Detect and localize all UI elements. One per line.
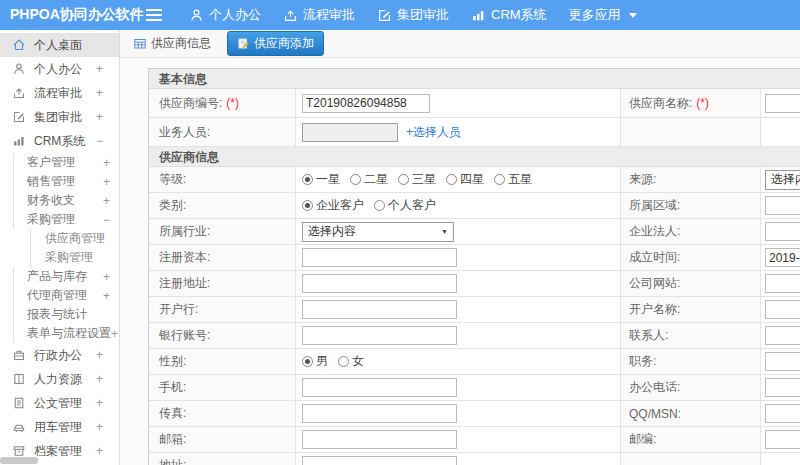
sidebar-item-doc-mgmt[interactable]: 公文管理+ (0, 391, 119, 415)
topbar-nav-label: 个人办公 (209, 6, 261, 24)
form-row: 所属行业:选择内容▼企业法人: (149, 219, 800, 245)
select-person-link[interactable]: +选择人员 (406, 124, 461, 141)
expand-toggle-icon[interactable]: + (96, 444, 103, 458)
sidebar-scrollbar-thumb[interactable] (0, 457, 38, 464)
legal-person-input[interactable] (765, 222, 800, 241)
bank-account-input[interactable] (302, 326, 457, 345)
sidebar-item-label: 代理商管理 (27, 287, 87, 304)
field-label-text: 开户名称: (629, 301, 680, 318)
sidebar-item-crm-system[interactable]: CRM系统− (0, 129, 119, 153)
sidebar-item-label: 人力资源 (34, 371, 82, 388)
sidebar-item-supplier-mgmt[interactable]: 供应商管理 (30, 229, 119, 248)
supplier-name-input[interactable] (765, 94, 800, 113)
sidebar-item-reports-stats[interactable]: 报表与统计 (13, 305, 119, 324)
topbar-nav-personal-office[interactable]: 个人办公 (178, 0, 272, 30)
expand-toggle-icon[interactable]: − (96, 134, 103, 148)
field-label-text: 银行账号: (159, 327, 210, 344)
field-label-text: 联系人: (629, 327, 668, 344)
chart-icon (12, 134, 26, 148)
sidebar-item-customer-mgmt[interactable]: 客户管理+ (13, 153, 119, 172)
radio-icon (398, 174, 409, 185)
gender-option-0[interactable]: 男 (302, 353, 328, 370)
expand-toggle-icon[interactable]: + (96, 348, 103, 362)
expand-toggle-icon[interactable]: + (96, 420, 103, 434)
supplier-code-input[interactable] (302, 94, 430, 113)
sidebar-item-personal-desktop[interactable]: 个人桌面 (0, 33, 119, 57)
expand-toggle-icon[interactable]: + (96, 62, 103, 76)
topbar-nav-group-approval[interactable]: 集团审批 (366, 0, 460, 30)
source-select[interactable]: 选择内容▼ (765, 170, 800, 190)
bank-branch-label: 开户行: (149, 297, 296, 322)
job-title-input[interactable] (765, 352, 800, 371)
postcode-input[interactable] (765, 430, 800, 449)
expand-toggle-icon[interactable]: + (96, 86, 103, 100)
fax-input[interactable] (302, 404, 457, 423)
empty-field-cell (761, 453, 800, 465)
sidebar-item-product-inventory[interactable]: 产品与库存+ (13, 267, 119, 286)
bank-branch-input[interactable] (302, 300, 457, 319)
level-option-2[interactable]: 三星 (398, 171, 436, 188)
expand-toggle-icon[interactable]: + (96, 396, 103, 410)
topbar-nav-more-apps[interactable]: 更多应用 (558, 0, 648, 30)
account-name-input[interactable] (765, 300, 800, 319)
mobile-label: 手机: (149, 375, 296, 400)
registered-capital-input[interactable] (302, 248, 457, 267)
category-option-1[interactable]: 个人客户 (374, 197, 436, 214)
founded-date-input[interactable] (765, 248, 800, 267)
company-website-input[interactable] (765, 274, 800, 293)
category-option-0[interactable]: 企业客户 (302, 197, 364, 214)
level-option-4[interactable]: 五星 (494, 171, 532, 188)
sidebar-item-group-approval[interactable]: 集团审批+ (0, 105, 119, 129)
radio-icon (494, 174, 505, 185)
expand-toggle-icon[interactable]: − (103, 213, 110, 227)
sidebar-item-admin-office[interactable]: 行政办公+ (0, 343, 119, 367)
sidebar-item-agent-mgmt[interactable]: 代理商管理+ (13, 286, 119, 305)
tab-supplier-info[interactable]: 供应商信息 (133, 35, 211, 52)
address-input[interactable] (302, 456, 457, 465)
topbar-nav-crm-system[interactable]: CRM系统 (460, 0, 558, 30)
expand-toggle-icon[interactable]: + (96, 372, 103, 386)
sidebar-item-workflow-approval[interactable]: 流程审批+ (0, 81, 119, 105)
radio-label: 四星 (460, 171, 484, 188)
business-person-input[interactable] (302, 123, 398, 142)
form-row: 开户行:开户名称: (149, 297, 800, 323)
expand-toggle-icon[interactable]: + (111, 327, 118, 341)
expand-toggle-icon[interactable]: + (103, 289, 110, 303)
tab-supplier-add[interactable]: 供应商添加 (227, 31, 324, 56)
industry-select[interactable]: 选择内容▼ (302, 222, 454, 242)
sidebar-item-sales-mgmt[interactable]: 销售管理+ (13, 172, 119, 191)
sidebar-item-purchase-mgmt[interactable]: 采购管理− (13, 210, 119, 229)
region-input[interactable] (765, 196, 800, 215)
dropdown-arrow-icon: ▼ (441, 228, 448, 235)
mobile-input[interactable] (302, 378, 457, 397)
sidebar-item-form-flow-settings[interactable]: 表单与流程设置+ (13, 324, 119, 343)
office-phone-input[interactable] (765, 378, 800, 397)
bank-account-label: 银行账号: (149, 323, 296, 348)
level-option-3[interactable]: 四星 (446, 171, 484, 188)
expand-toggle-icon[interactable]: + (103, 270, 110, 284)
job-title-label: 职务: (621, 349, 761, 374)
company-website-label: 公司网站: (621, 271, 761, 296)
sidebar-item-personal-office[interactable]: 个人办公+ (0, 57, 119, 81)
level-option-0[interactable]: 一星 (302, 171, 340, 188)
sidebar-item-vehicle-mgmt[interactable]: 用车管理+ (0, 415, 119, 439)
sidebar-item-finance[interactable]: 财务收支+ (13, 191, 119, 210)
qq-msn-input[interactable] (765, 404, 800, 423)
contact-person-input[interactable] (765, 326, 800, 345)
expand-toggle-icon[interactable]: + (103, 156, 110, 170)
expand-toggle-icon[interactable]: + (96, 110, 103, 124)
sidebar-item-human-resources[interactable]: 人力资源+ (0, 367, 119, 391)
level-option-1[interactable]: 二星 (350, 171, 388, 188)
email-input[interactable] (302, 430, 457, 449)
topbar-nav-workflow-approval[interactable]: 流程审批 (272, 0, 366, 30)
sidebar-item-label: 供应商管理 (45, 230, 105, 247)
menu-toggle-icon[interactable] (146, 9, 162, 11)
legal-person-field (761, 219, 800, 244)
field-label-text: QQ/MSN: (629, 407, 681, 421)
doc-icon (12, 396, 26, 410)
registered-address-input[interactable] (302, 274, 457, 293)
expand-toggle-icon[interactable]: + (103, 175, 110, 189)
gender-option-1[interactable]: 女 (338, 353, 364, 370)
sidebar-item-purchase-sub[interactable]: 采购管理 (30, 248, 119, 267)
expand-toggle-icon[interactable]: + (103, 194, 110, 208)
